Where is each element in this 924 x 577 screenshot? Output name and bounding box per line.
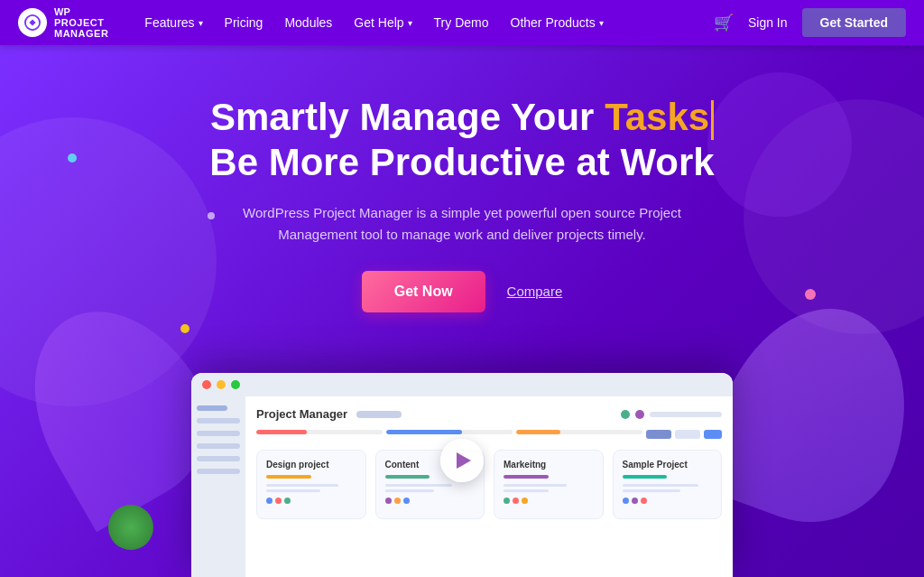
nav-features[interactable]: Features ▾	[135, 0, 211, 45]
hero-subtitle: WordPress Project Manager is a simple ye…	[209, 202, 715, 246]
dash-header-bar	[356, 411, 402, 418]
cursor	[711, 100, 714, 140]
play-icon	[457, 452, 471, 469]
dot-pink	[805, 289, 816, 300]
dash-search-bar	[650, 412, 722, 417]
hero-title: Smartly Manage Your Tasks Be More Produc…	[209, 95, 714, 186]
blob-top-right	[707, 72, 852, 217]
progress-item	[386, 430, 513, 439]
chevron-down-icon: ▾	[599, 18, 604, 28]
status-dot-green	[621, 410, 630, 419]
dash-btn[interactable]	[646, 430, 671, 439]
titlebar	[191, 373, 733, 396]
dash-sidebar	[191, 396, 245, 577]
get-started-button[interactable]: Get Started	[802, 8, 906, 37]
project-card: Markeitng	[494, 450, 604, 519]
titlebar-minimize-dot	[217, 380, 226, 389]
logo-icon	[18, 8, 47, 37]
card-progress-bar	[385, 475, 430, 479]
progress-item	[256, 430, 383, 439]
dash-header-row: Project Manager	[256, 407, 722, 421]
chevron-down-icon: ▾	[199, 18, 203, 28]
card-dots	[385, 498, 476, 504]
project-card: Design project	[256, 450, 366, 519]
dot-yellow	[180, 324, 189, 333]
card-dots	[266, 498, 356, 504]
nav-try-demo[interactable]: Try Demo	[425, 0, 498, 45]
green-circle-decoration	[108, 505, 153, 550]
compare-button[interactable]: Compare	[507, 284, 563, 299]
card-lines	[266, 484, 356, 492]
titlebar-maximize-dot	[231, 380, 240, 389]
nav-modules[interactable]: Modules	[275, 0, 341, 45]
card-lines	[504, 484, 594, 492]
project-card: Sample Project	[613, 450, 723, 519]
progress-track	[516, 430, 642, 434]
sidebar-item	[197, 443, 240, 449]
progress-fill	[386, 430, 462, 434]
dashboard-body: Project Manager	[191, 396, 733, 577]
card-progress-bar	[623, 475, 668, 479]
progress-track	[386, 430, 513, 434]
dash-progress-row	[256, 430, 722, 439]
sidebar-item	[197, 418, 240, 423]
logo-brand: WP PROJECT MANAGER	[54, 6, 108, 39]
nav-pricing[interactable]: Pricing	[216, 0, 273, 45]
dot-blue	[68, 154, 77, 163]
card-progress-bar	[266, 475, 311, 479]
card-dots	[504, 498, 594, 504]
hero-section: Smartly Manage Your Tasks Be More Produc…	[0, 45, 924, 577]
progress-track	[256, 430, 383, 434]
status-dot-purple	[635, 410, 644, 419]
cart-icon[interactable]: 🛒	[714, 13, 734, 33]
dash-btn[interactable]	[675, 430, 700, 439]
project-cards: Design project Content	[256, 450, 722, 519]
card-lines	[623, 484, 713, 492]
get-now-button[interactable]: Get Now	[362, 271, 485, 312]
sidebar-item	[197, 456, 240, 461]
card-lines	[385, 484, 476, 492]
nav-logo[interactable]: WP PROJECT MANAGER	[18, 6, 108, 39]
sign-in-button[interactable]: Sign In	[748, 15, 788, 30]
progress-item	[516, 430, 642, 439]
dash-btn-blue[interactable]	[704, 430, 722, 439]
sidebar-item	[197, 405, 227, 411]
nav-get-help[interactable]: Get Help ▾	[345, 0, 420, 45]
card-dots	[623, 498, 713, 504]
nav-other-products[interactable]: Other Products ▾	[502, 0, 613, 45]
sidebar-item	[197, 431, 240, 436]
play-button[interactable]	[440, 439, 484, 482]
card-progress-bar	[504, 475, 549, 479]
nav-right: 🛒 Sign In Get Started	[714, 8, 906, 37]
hero-buttons: Get Now Compare	[362, 271, 563, 312]
sidebar-item	[197, 469, 240, 474]
titlebar-close-dot	[202, 380, 211, 389]
progress-fill	[256, 430, 307, 434]
nav-links: Features ▾ Pricing Modules Get Help ▾ Tr…	[135, 0, 714, 45]
chevron-down-icon: ▾	[408, 18, 412, 28]
dash-title: Project Manager	[256, 407, 347, 421]
dash-header-right	[621, 410, 722, 419]
navbar: WP PROJECT MANAGER Features ▾ Pricing Mo…	[0, 0, 924, 45]
dash-main: Project Manager	[245, 396, 733, 577]
progress-fill	[516, 430, 560, 434]
